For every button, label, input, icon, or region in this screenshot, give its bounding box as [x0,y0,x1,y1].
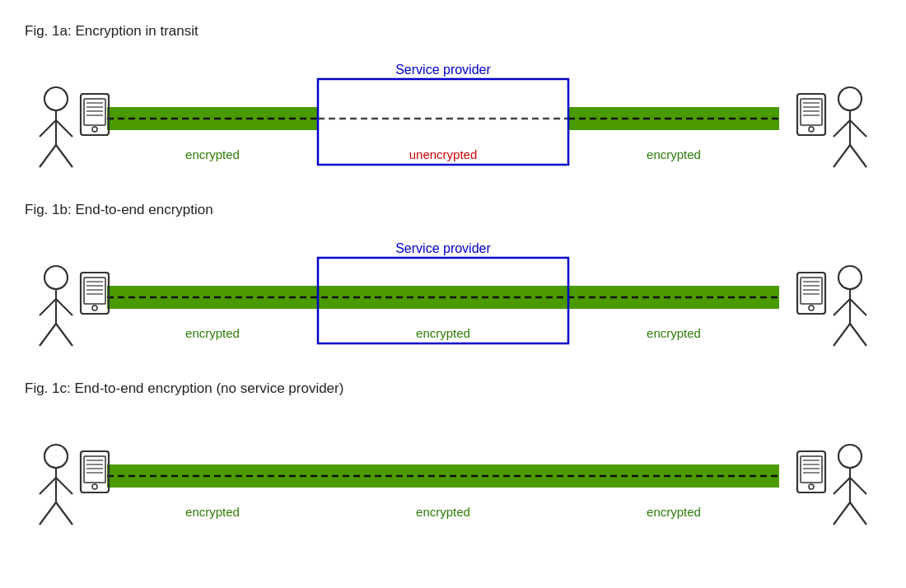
svg-line-74 [40,478,56,494]
svg-text:unencrypted: unencrypted [409,147,478,161]
fig1b-section: Fig. 1b: End-to-end encryption Service p… [25,195,881,371]
svg-point-91 [809,484,814,489]
svg-rect-14 [81,94,109,135]
svg-rect-21 [797,94,825,135]
svg-line-65 [834,324,850,346]
fig1a-title: Fig. 1a: Encryption in transit [25,23,881,40]
svg-text:Service provider: Service provider [395,63,491,77]
svg-rect-47 [81,273,109,314]
svg-line-63 [834,299,850,315]
svg-point-20 [92,127,97,132]
fig1b-title: Fig. 1b: End-to-end encryption [25,202,881,218]
svg-text:encrypted: encrypted [185,505,240,519]
svg-text:encrypted: encrypted [647,326,701,340]
svg-point-53 [92,306,97,310]
svg-line-30 [834,120,850,137]
svg-line-45 [40,324,56,346]
svg-line-95 [850,478,866,494]
svg-text:encrypted: encrypted [416,505,470,519]
svg-line-97 [850,502,866,525]
fig1a-diagram: Service provider [25,48,881,192]
svg-line-66 [850,324,866,346]
svg-rect-54 [797,273,825,314]
svg-line-43 [40,299,56,315]
svg-point-72 [44,445,68,468]
svg-line-13 [56,145,72,167]
svg-point-61 [838,266,862,289]
svg-line-11 [56,120,72,137]
fig1b-diagram: Service provider [25,226,881,371]
svg-point-41 [44,266,68,289]
svg-line-77 [56,502,72,525]
page: Fig. 1a: Encryption in transit Service p… [0,0,906,588]
fig1c-section: Fig. 1c: End-to-end encryption (no servi… [25,374,881,549]
svg-rect-0 [107,107,318,130]
svg-line-12 [40,145,56,167]
svg-rect-1 [568,107,779,130]
svg-line-75 [56,478,72,494]
svg-text:encrypted: encrypted [647,147,701,161]
svg-point-92 [838,445,862,468]
svg-point-28 [838,87,862,110]
svg-line-96 [834,502,850,525]
fig1c-diagram: encrypted encrypted encrypted [25,405,881,549]
svg-line-64 [850,299,866,315]
svg-line-31 [850,120,866,137]
svg-text:Service provider: Service provider [395,241,491,255]
svg-rect-78 [81,451,109,492]
fig1a-section: Fig. 1a: Encryption in transit Service p… [25,16,881,192]
svg-point-60 [809,306,814,310]
svg-point-8 [44,87,68,110]
svg-line-32 [834,145,850,167]
svg-text:encrypted: encrypted [185,147,240,161]
svg-line-76 [40,502,56,525]
svg-line-44 [56,299,72,315]
svg-point-84 [92,484,97,489]
svg-rect-85 [797,451,825,492]
svg-line-33 [850,145,866,167]
svg-line-94 [834,478,850,494]
svg-text:encrypted: encrypted [647,505,701,519]
svg-text:encrypted: encrypted [185,326,240,340]
svg-text:encrypted: encrypted [416,326,470,340]
svg-point-27 [809,127,814,132]
fig1c-title: Fig. 1c: End-to-end encryption (no servi… [25,380,881,397]
svg-line-46 [56,324,72,346]
svg-line-10 [40,120,56,137]
